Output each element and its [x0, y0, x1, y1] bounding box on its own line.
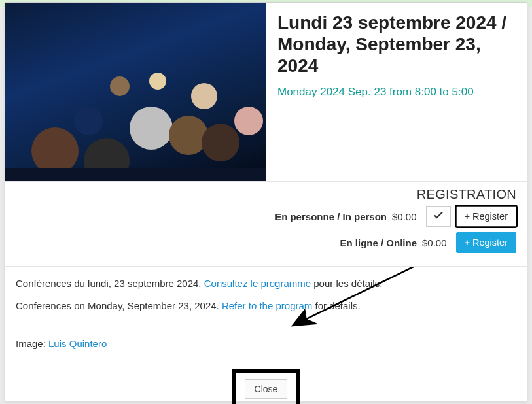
- check-icon: [433, 210, 444, 223]
- image-credit-link[interactable]: Luis Quintero: [48, 338, 107, 349]
- registration-heading: REGISTRATION: [16, 187, 516, 202]
- registration-option-online: En ligne / Online $0.00 + Register: [16, 232, 516, 253]
- modal-header: Lundi 23 septembre 2024 / Monday, Septem…: [5, 3, 527, 182]
- plus-icon: +: [465, 237, 470, 248]
- event-description: Conférences du lundi, 23 septembre 2024.…: [5, 267, 527, 365]
- register-button-label: Register: [472, 237, 508, 248]
- close-button-highlight: Close: [232, 369, 300, 404]
- registration-option-label: En ligne / Online: [340, 237, 417, 248]
- description-text-fr: Conférences du lundi, 23 septembre 2024.: [16, 278, 204, 289]
- plus-icon: +: [465, 211, 470, 222]
- event-photo: [5, 3, 266, 181]
- event-title: Lundi 23 septembre 2024 / Monday, Septem…: [277, 12, 515, 76]
- registration-option-price: $0.00: [422, 237, 447, 248]
- registration-option-in-person: En personne / In person $0.00 + Register: [16, 206, 516, 227]
- selected-indicator: [426, 206, 451, 227]
- register-button-online[interactable]: + Register: [456, 232, 516, 253]
- register-button-in-person[interactable]: + Register: [456, 206, 516, 227]
- event-modal: Lundi 23 septembre 2024 / Monday, Septem…: [5, 2, 527, 401]
- event-datetime: Monday 2024 Sep. 23 from 8:00 to 5:00: [277, 84, 515, 100]
- program-link-en[interactable]: Refer to the program: [222, 300, 312, 311]
- close-button[interactable]: Close: [245, 379, 288, 399]
- program-link-fr[interactable]: Consultez le programme: [204, 278, 311, 289]
- registration-option-price: $0.00: [392, 211, 417, 222]
- description-text-en: Conferences on Monday, September 23, 202…: [16, 300, 222, 311]
- register-button-label: Register: [472, 211, 508, 222]
- image-credit-label: Image:: [16, 338, 48, 349]
- registration-option-label: En personne / In person: [275, 211, 387, 222]
- modal-footer: Close: [5, 365, 527, 404]
- registration-section: REGISTRATION En personne / In person $0.…: [5, 182, 527, 267]
